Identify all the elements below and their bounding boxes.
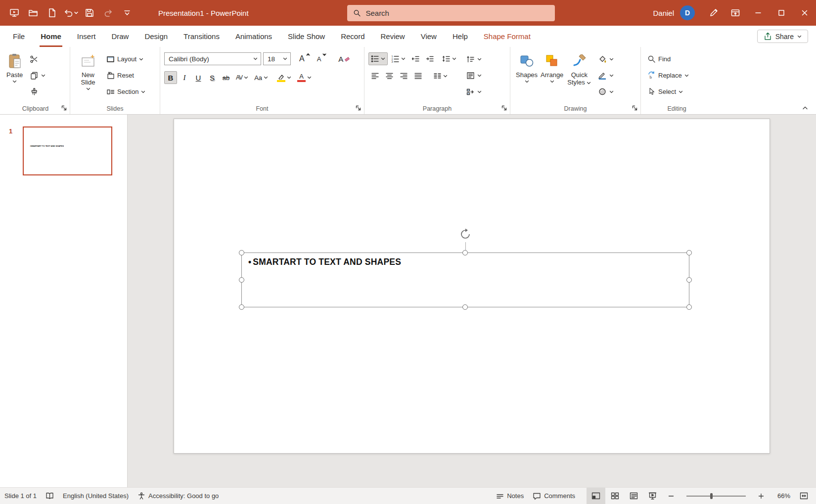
slide-sorter-view-button[interactable] [605, 488, 624, 504]
tab-record[interactable]: Record [333, 26, 372, 47]
redo-button[interactable] [99, 0, 118, 26]
tab-animations[interactable]: Animations [227, 26, 280, 47]
clipboard-dialog-launcher[interactable] [61, 105, 67, 111]
replace-button[interactable]: b Replace [645, 67, 691, 84]
tab-file[interactable]: File [5, 26, 33, 47]
fit-slide-to-window-button[interactable] [794, 488, 813, 504]
convert-to-smartart-button[interactable] [464, 84, 484, 100]
shapes-button[interactable]: Shapes [514, 51, 539, 84]
bold-button[interactable]: B [164, 71, 177, 84]
resize-handle-se[interactable] [686, 304, 692, 310]
align-left-button[interactable] [368, 70, 382, 83]
align-text-button[interactable] [464, 67, 484, 84]
find-button[interactable]: Find [645, 51, 691, 67]
new-file-button[interactable] [43, 0, 61, 26]
close-button[interactable] [793, 0, 816, 26]
inking-button[interactable] [703, 0, 725, 26]
avatar[interactable]: D [680, 5, 695, 20]
comments-button[interactable]: Comments [528, 488, 580, 504]
resize-handle-s[interactable] [462, 304, 468, 310]
cut-button[interactable] [27, 51, 48, 67]
zoom-in-button[interactable] [752, 488, 771, 504]
tab-slide-show[interactable]: Slide Show [280, 26, 333, 47]
collapse-ribbon-button[interactable] [802, 106, 808, 110]
align-center-button[interactable] [383, 70, 396, 83]
decrease-font-size-button[interactable]: A [315, 52, 329, 65]
spell-check-button[interactable] [41, 488, 58, 504]
slide-indicator[interactable]: Slide 1 of 1 [0, 488, 41, 504]
rotate-handle[interactable] [459, 228, 471, 240]
tab-design[interactable]: Design [136, 26, 176, 47]
drawing-dialog-launcher[interactable] [632, 105, 638, 111]
zoom-slider[interactable] [686, 496, 746, 497]
shape-outline-button[interactable] [595, 67, 616, 84]
tab-shape-format[interactable]: Shape Format [476, 26, 539, 47]
increase-indent-button[interactable] [423, 52, 437, 65]
new-slide-button[interactable]: New Slide [74, 51, 102, 91]
align-right-button[interactable] [397, 70, 410, 83]
font-dialog-launcher[interactable] [355, 105, 362, 111]
copy-button[interactable] [27, 67, 48, 84]
text-shadow-button[interactable]: S [206, 71, 219, 84]
notes-button[interactable]: Notes [492, 488, 528, 504]
share-button[interactable]: Share [757, 30, 808, 43]
underline-button[interactable]: U [192, 71, 205, 84]
columns-button[interactable] [431, 70, 450, 83]
tab-help[interactable]: Help [445, 26, 476, 47]
tab-home[interactable]: Home [33, 26, 69, 47]
text-direction-button[interactable] [464, 51, 484, 67]
slide-canvas[interactable]: •SMARTART TO TEXT AND SHAPES [128, 115, 816, 487]
zoom-level[interactable]: 66% [771, 492, 790, 500]
resize-handle-w[interactable] [239, 277, 244, 283]
bullets-button[interactable] [368, 52, 388, 65]
resize-handle-e[interactable] [686, 277, 692, 283]
resize-handle-n[interactable] [462, 250, 468, 255]
save-button[interactable] [80, 0, 99, 26]
line-spacing-button[interactable] [440, 52, 459, 65]
select-button[interactable]: Select [645, 84, 691, 100]
change-case-button[interactable]: Aa [252, 71, 271, 84]
reading-view-button[interactable] [624, 488, 643, 504]
search-box[interactable] [347, 5, 555, 21]
italic-button[interactable]: I [178, 71, 191, 84]
user-name[interactable]: Daniel [653, 9, 674, 17]
zoom-slider-thumb[interactable] [710, 493, 713, 499]
paragraph-dialog-launcher[interactable] [501, 105, 507, 111]
shape-effects-button[interactable] [595, 84, 616, 100]
format-painter-button[interactable] [27, 84, 48, 100]
arrange-button[interactable]: Arrange [539, 51, 565, 84]
slide[interactable]: •SMARTART TO TEXT AND SHAPES [174, 119, 770, 454]
reset-button[interactable]: Reset [104, 67, 148, 84]
tab-review[interactable]: Review [373, 26, 413, 47]
zoom-out-button[interactable] [662, 488, 680, 504]
quick-styles-button[interactable]: Quick Styles [565, 51, 593, 87]
accessibility-checker[interactable]: Accessibility: Good to go [133, 488, 223, 504]
justify-button[interactable] [411, 70, 425, 83]
shape-fill-button[interactable] [595, 51, 616, 67]
resize-handle-sw[interactable] [239, 304, 244, 310]
decrease-indent-button[interactable] [409, 52, 422, 65]
font-color-button[interactable]: A [295, 71, 314, 84]
language-button[interactable]: English (United States) [58, 488, 133, 504]
slide-show-button[interactable] [643, 488, 662, 504]
tab-transitions[interactable]: Transitions [176, 26, 227, 47]
customize-quick-access-button[interactable] [118, 0, 136, 26]
normal-view-button[interactable] [587, 488, 605, 504]
increase-font-size-button[interactable]: A [297, 52, 313, 65]
numbering-button[interactable]: 123 [389, 52, 408, 65]
font-size-combo[interactable]: 18 [263, 52, 291, 65]
search-input[interactable] [365, 9, 548, 17]
start-presentation-button[interactable] [5, 0, 24, 26]
text-highlight-button[interactable] [274, 71, 294, 84]
paste-button[interactable]: Paste [5, 51, 24, 84]
open-button[interactable] [24, 0, 43, 26]
maximize-button[interactable] [770, 0, 793, 26]
ribbon-display-options-button[interactable] [725, 0, 746, 26]
character-spacing-button[interactable]: AV [233, 71, 251, 84]
minimize-button[interactable] [746, 0, 770, 26]
undo-button[interactable] [61, 0, 80, 26]
tab-view[interactable]: View [413, 26, 445, 47]
tab-insert[interactable]: Insert [69, 26, 104, 47]
tab-draw[interactable]: Draw [103, 26, 136, 47]
clear-formatting-button[interactable]: A [336, 52, 353, 65]
